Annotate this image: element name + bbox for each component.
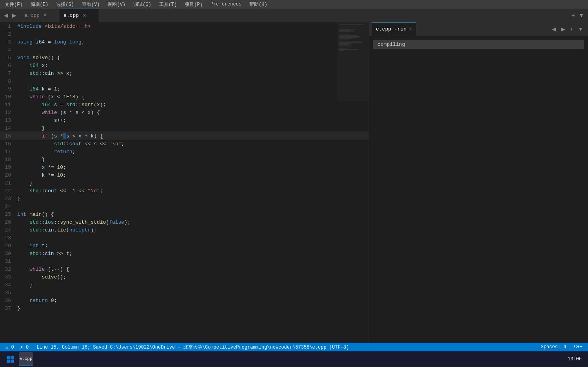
code-line-3: 3using i64 = long long; (0, 38, 368, 46)
line-number-1: 1 (0, 22, 16, 30)
menu-view2[interactable]: 视图(V) (106, 0, 127, 9)
code-line-21: 21 } (0, 179, 368, 187)
menu-edit[interactable]: 编辑(E) (29, 0, 50, 9)
code-line-32: 32 while (t--) { (0, 265, 368, 273)
code-line-20: 20 k *= 10; (0, 171, 368, 179)
line-content-31 (16, 257, 368, 265)
right-tab-actions: ◀ ▶ + ▼ (550, 25, 585, 33)
svg-rect-2 (7, 360, 10, 363)
line-content-37: } (16, 304, 368, 312)
line-content-21: } (16, 179, 368, 187)
code-line-29: 29 int t; (0, 242, 368, 249)
status-error[interactable]: ✗ 0 (19, 344, 31, 350)
line-number-32: 32 (0, 265, 16, 273)
line-content-7: std::cin >> x; (16, 69, 368, 77)
line-number-3: 3 (0, 38, 16, 46)
menu-preferences[interactable]: Preferences (209, 1, 243, 8)
menu-select[interactable]: 选择(S) (54, 0, 76, 9)
line-content-32: while (t--) { (16, 265, 368, 273)
status-language[interactable]: C++ (572, 344, 584, 350)
right-tab-add[interactable]: + (568, 25, 575, 33)
line-content-27: std::cin.tie(nullptr); (16, 226, 368, 234)
minimap (337, 22, 368, 101)
tab-nav-next[interactable]: ▶ (11, 11, 18, 19)
line-number-10: 10 (0, 93, 16, 101)
line-content-17: return; (16, 148, 368, 155)
tab-bar-right: + ▼ (568, 9, 588, 22)
right-nav-next[interactable]: ▶ (559, 25, 567, 33)
taskbar-editor[interactable]: e.cpp (19, 352, 33, 366)
menu-file[interactable]: 文件(F) (3, 0, 24, 9)
line-content-18: } (16, 155, 368, 163)
line-content-20: k *= 10; (16, 171, 368, 179)
line-number-5: 5 (0, 54, 16, 61)
menu-help[interactable]: 帮助(H) (248, 0, 269, 9)
code-line-5: 5void solve() { (0, 54, 368, 61)
tab-e-cpp[interactable]: e.cpp × (60, 9, 99, 22)
line-content-35 (16, 289, 368, 296)
line-content-12: while (s * s < x) { (16, 108, 368, 116)
compiling-badge: compiling (373, 40, 584, 49)
line-content-36: return 0; (16, 296, 368, 304)
line-content-30: std::cin >> t; (16, 249, 368, 257)
code-line-28: 28 (0, 234, 368, 242)
status-warning[interactable]: ⚠ 0 (4, 344, 16, 350)
line-number-24: 24 (0, 202, 16, 210)
run-tab[interactable]: e.cpp -run × (372, 22, 416, 36)
code-line-35: 35 (0, 289, 368, 296)
line-content-8 (16, 77, 368, 85)
run-tab-close[interactable]: × (409, 26, 412, 33)
code-line-33: 33 solve(); (0, 273, 368, 281)
menu-debug[interactable]: 调试(G) (132, 0, 153, 9)
code-content[interactable]: 1#include <bits/stdc++.h>23using i64 = l… (0, 22, 368, 343)
right-content: compiling (369, 36, 588, 343)
right-nav-prev[interactable]: ◀ (550, 25, 558, 33)
code-line-24: 24 (0, 202, 368, 210)
line-number-13: 13 (0, 116, 16, 124)
tab-nav-left: ◀ ▶ (0, 9, 20, 22)
line-content-22: std::cout << -1 << "\n"; (16, 187, 368, 195)
line-number-18: 18 (0, 155, 16, 163)
line-number-25: 25 (0, 210, 16, 218)
line-number-8: 8 (0, 77, 16, 85)
line-content-15: if (s * s < x + k) { (16, 132, 368, 140)
line-number-22: 22 (0, 187, 16, 195)
status-right: Spaces: 4 C++ (539, 344, 584, 350)
code-line-6: 6 i64 x; (0, 61, 368, 69)
menu-tools[interactable]: 工具(T) (158, 0, 179, 9)
code-line-8: 8 (0, 77, 368, 85)
tab-e-cpp-close[interactable]: × (83, 13, 86, 19)
line-content-5: void solve() { (16, 54, 368, 61)
line-number-4: 4 (0, 46, 16, 54)
line-number-30: 30 (0, 249, 16, 257)
line-content-6: i64 x; (16, 61, 368, 69)
tab-e-cpp-label: e.cpp (64, 13, 79, 18)
menu-project[interactable]: 项目(P) (183, 0, 204, 9)
line-content-16: std::cout << s << "\n"; (16, 140, 368, 148)
tab-dropdown-button[interactable]: ▼ (577, 11, 586, 19)
line-number-11: 11 (0, 101, 16, 108)
right-tab-dropdown[interactable]: ▼ (576, 25, 585, 33)
right-panel: e.cpp -run × ◀ ▶ + ▼ compiling (368, 22, 588, 343)
tab-bar: ◀ ▶ a.cpp × e.cpp × + ▼ (0, 9, 588, 22)
taskbar-start[interactable] (3, 352, 17, 366)
status-spaces[interactable]: Spaces: 4 (539, 344, 568, 350)
code-line-13: 13 s++; (0, 116, 368, 124)
code-line-2: 2 (0, 30, 368, 38)
tab-a-cpp-close[interactable]: × (44, 12, 47, 18)
line-content-26: std::ios::sync_with_stdio(false); (16, 218, 368, 226)
menu-bar: 文件(F) 编辑(E) 选择(S) 查看(V) 视图(V) 调试(G) 工具(T… (0, 0, 588, 9)
line-number-37: 37 (0, 304, 16, 312)
code-line-27: 27 std::cin.tie(nullptr); (0, 226, 368, 234)
code-line-1: 1#include <bits/stdc++.h> (0, 22, 368, 30)
taskbar: e.cpp 13:06 (0, 351, 588, 367)
tab-nav-prev[interactable]: ◀ (2, 11, 10, 19)
tab-add-button[interactable]: + (570, 11, 576, 19)
line-number-26: 26 (0, 218, 16, 226)
line-content-2 (16, 30, 368, 38)
status-info[interactable]: Line 15, Column 16; Saved C:\Users\19022… (35, 344, 350, 351)
menu-view1[interactable]: 查看(V) (80, 0, 102, 9)
tab-a-cpp[interactable]: a.cpp × (20, 9, 60, 22)
line-number-21: 21 (0, 179, 16, 187)
code-line-9: 9 i64 k = 1; (0, 85, 368, 93)
